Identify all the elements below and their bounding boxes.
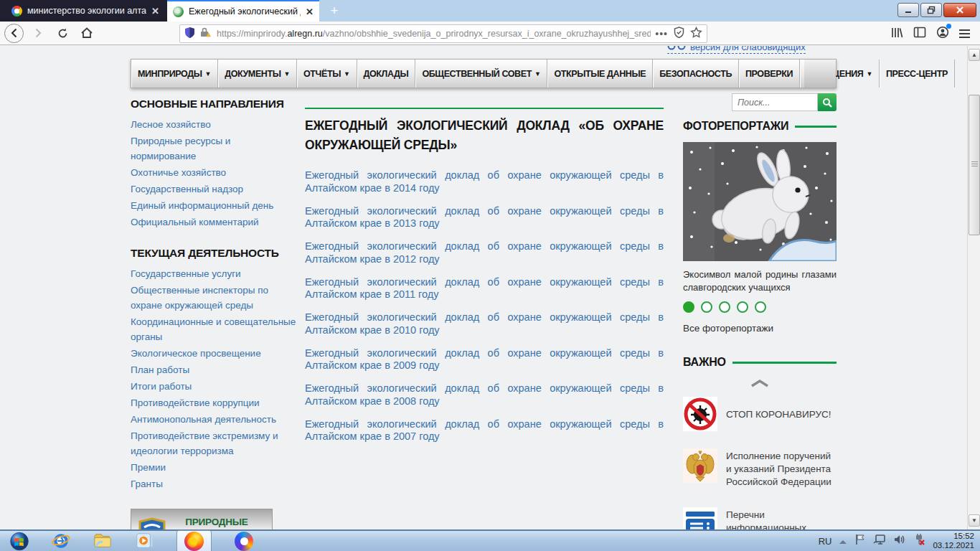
pagination-dot[interactable]	[683, 301, 694, 313]
tab-title: Ежегодный экологический до	[189, 6, 301, 17]
volume-icon[interactable]	[893, 534, 905, 548]
sidebar-link[interactable]: Лесное хозяйство	[131, 117, 297, 132]
sidebar-link[interactable]: Антимонопольная деятельность	[131, 412, 297, 427]
browser-swirl-icon[interactable]	[235, 532, 253, 550]
menu-item[interactable]: ДОКУМЕНТЫ ▼	[218, 60, 297, 88]
page-actions-icon[interactable]: •••	[655, 28, 668, 39]
back-button[interactable]	[4, 24, 24, 43]
right-sidebar: ФОТОРЕПОРТАЖИ	[683, 93, 837, 529]
natural-resources-banner[interactable]: ПРИРОДНЫЕ РЕСУРСЫ АЛТАЙСКОГО КРАЯ	[131, 509, 273, 529]
report-link[interactable]: Ежегодный экологический доклад об охране…	[305, 311, 664, 336]
sidebar-link[interactable]: Общественные инспекторы по охране окружа…	[131, 283, 297, 313]
all-photo-reports-link[interactable]: Все фоторепортажи	[683, 323, 837, 334]
sidebar-link[interactable]: Природные ресурсы и нормирование	[131, 133, 297, 164]
sidebar-link[interactable]: Официальный комментарий	[131, 215, 297, 230]
file-explorer-icon[interactable]	[93, 532, 112, 550]
sidebar-link[interactable]: Координационные и совещательные органы	[131, 314, 297, 344]
forward-button[interactable]	[28, 23, 48, 43]
sidebar-link[interactable]: Единый информационный день	[131, 198, 297, 213]
menu-item[interactable]: ПРЕСС-ЦЕНТР ▼	[880, 60, 955, 88]
permissions-shield-icon[interactable]	[674, 27, 684, 41]
menu-item[interactable]: БЕЗОПАСНОСТЬ ▼	[653, 60, 739, 88]
stop-coronavirus-icon	[683, 397, 717, 431]
pagination-dot[interactable]	[755, 301, 766, 313]
report-link[interactable]: Ежегодный экологический доклад об охране…	[305, 418, 664, 443]
important-item-president[interactable]: Исполнение поручений и указаний Президен…	[683, 448, 837, 489]
sidebar-link[interactable]: Противодействие экстремизму и идеологии …	[131, 428, 297, 458]
accessibility-version-link[interactable]: версия для слабовидящих	[667, 46, 806, 54]
tracking-protection-shield-icon[interactable]	[184, 27, 195, 42]
pagination-dot[interactable]	[719, 301, 730, 313]
menu-item[interactable]: ОБЩЕСТВЕННЫЙ СОВЕТ ▼	[415, 60, 547, 88]
network-icon[interactable]	[873, 534, 886, 548]
search-button[interactable]	[818, 93, 837, 111]
tab-close-icon[interactable]: ✕	[306, 6, 314, 17]
menu-icon[interactable]	[959, 29, 970, 38]
pagination-dot[interactable]	[737, 301, 748, 313]
sidebar-toggle-icon[interactable]	[913, 27, 926, 41]
sidebar-link[interactable]: Государственные услуги	[131, 266, 297, 281]
report-link[interactable]: Ежегодный экологический доклад об охране…	[305, 382, 664, 408]
menu-item[interactable]: ПРОВЕРКИ ▼	[739, 60, 800, 88]
account-icon[interactable]	[936, 26, 949, 42]
report-link[interactable]: Ежегодный экологический доклад об охране…	[305, 347, 664, 372]
window-minimize-button[interactable]	[897, 3, 919, 17]
photo-report-image[interactable]	[683, 142, 837, 261]
scrollbar-up-arrow[interactable]: ▲	[969, 49, 980, 61]
sidebar-link[interactable]: Экологическое просвещение	[131, 346, 297, 361]
menu-item[interactable]: ДОКЛАДЫ ▼	[357, 60, 416, 88]
sidebar-link[interactable]: План работы	[131, 362, 297, 377]
device-disconnected-icon[interactable]	[913, 534, 925, 548]
pagination-dot[interactable]	[701, 301, 712, 313]
browser-tab-active[interactable]: Ежегодный экологический до ✕	[167, 0, 319, 22]
taskbar-firefox-active[interactable]	[176, 530, 212, 551]
menu-item[interactable]: МИНПРИРОДЫ ▼	[131, 60, 218, 88]
report-link[interactable]: Ежегодный экологический доклад об охране…	[305, 240, 664, 265]
scrollbar-down-arrow[interactable]: ▼	[969, 514, 980, 527]
address-bar[interactable]: https://minprirody.alregn.ru/vazhno/obsh…	[179, 24, 707, 43]
tab-close-icon[interactable]: ✕	[151, 6, 159, 17]
internet-explorer-icon[interactable]	[52, 532, 70, 550]
reload-button[interactable]	[52, 23, 72, 43]
sidebar-link[interactable]: Противодействие коррупции	[131, 395, 297, 410]
report-link[interactable]: Ежегодный экологический доклад об охране…	[305, 205, 664, 230]
firefox-icon	[184, 532, 204, 551]
sidebar-link[interactable]: Гранты	[131, 476, 297, 491]
bookmark-star-icon[interactable]	[690, 27, 702, 41]
report-link[interactable]: Ежегодный экологический доклад об охране…	[305, 169, 664, 194]
window-close-button[interactable]	[943, 3, 976, 17]
menu-item[interactable]: ОТЧЁТЫ ▼	[297, 60, 357, 88]
action-center-flag-icon[interactable]	[854, 534, 866, 548]
browser-tab-inactive[interactable]: министерство экологии алта ✕	[6, 0, 165, 22]
new-tab-button[interactable]: +	[324, 2, 345, 21]
green-line	[732, 362, 837, 364]
window-controls	[897, 3, 976, 17]
show-hidden-icons[interactable]	[839, 534, 847, 547]
lock-warning-icon[interactable]	[199, 27, 212, 41]
media-player-icon[interactable]	[135, 532, 154, 550]
page-scrollbar[interactable]: ▲ ▼	[967, 46, 980, 529]
important-item-coronavirus[interactable]: СТОП КОРОНАВИРУС!	[683, 397, 837, 431]
language-indicator[interactable]: RU	[819, 536, 832, 547]
menu-item[interactable]: ОТКРЫТЫЕ ДАННЫЕ ▼	[547, 60, 653, 88]
library-icon[interactable]	[890, 27, 903, 42]
search-input[interactable]	[732, 93, 818, 111]
window-restore-button[interactable]	[920, 3, 942, 17]
sidebar-link[interactable]: Государственный надзор	[131, 182, 297, 197]
sidebar-link[interactable]: Премии	[131, 460, 297, 475]
chevron-down-icon: ▼	[205, 70, 212, 77]
google-favicon-icon	[11, 6, 22, 17]
home-button[interactable]	[77, 23, 97, 43]
russia-coat-of-arms-icon	[683, 448, 717, 483]
scrollbar-thumb[interactable]	[969, 95, 980, 235]
important-item-registries[interactable]: Перечни информационных систем, банков да…	[683, 507, 837, 529]
report-link[interactable]: Ежегодный экологический доклад об охране…	[305, 276, 664, 301]
sidebar-link[interactable]: Охотничье хозяйство	[131, 165, 297, 180]
start-button[interactable]	[10, 532, 29, 550]
altai-coat-of-arms-icon	[137, 517, 167, 529]
sidebar-link[interactable]: Итоги работы	[131, 379, 297, 394]
banner-text: ПРИРОДНЫЕ РЕСУРСЫ АЛТАЙСКОГО КРАЯ	[167, 515, 266, 529]
scroll-up-control[interactable]	[683, 378, 837, 388]
photo-reports-header: ФОТОРЕПОРТАЖИ	[683, 120, 837, 133]
clock[interactable]: 15:52 03.12.2021	[933, 532, 974, 550]
